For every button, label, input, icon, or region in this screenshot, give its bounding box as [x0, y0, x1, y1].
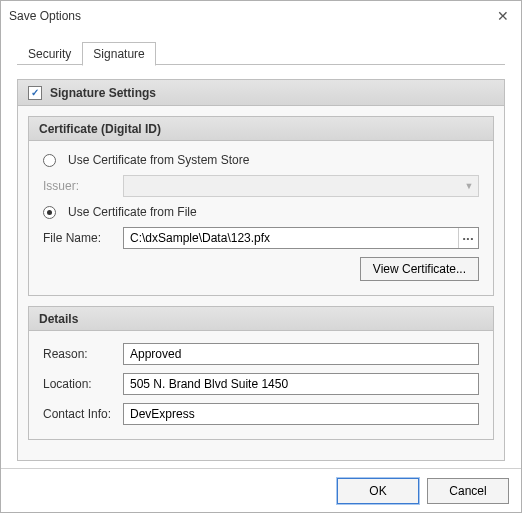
issuer-label: Issuer:: [43, 179, 115, 193]
certificate-group: Certificate (Digital ID) Use Certificate…: [28, 116, 494, 296]
filename-input[interactable]: [124, 228, 458, 248]
view-certificate-button[interactable]: View Certificate...: [360, 257, 479, 281]
browse-button[interactable]: •••: [458, 228, 478, 248]
reason-input[interactable]: [123, 343, 479, 365]
dialog-footer: OK Cancel: [1, 468, 521, 512]
cert-system-radio[interactable]: [43, 154, 56, 167]
location-label: Location:: [43, 377, 115, 391]
details-group: Details Reason: Location: Contact Info:: [28, 306, 494, 440]
cert-file-row: Use Certificate from File: [43, 205, 479, 219]
contact-input[interactable]: [123, 403, 479, 425]
titlebar: Save Options ✕: [1, 1, 521, 31]
cert-file-radio[interactable]: [43, 206, 56, 219]
close-icon[interactable]: ✕: [493, 6, 513, 26]
window-title: Save Options: [9, 9, 493, 23]
filename-label: File Name:: [43, 231, 115, 245]
signature-settings-label: Signature Settings: [50, 86, 156, 100]
reason-row: Reason:: [43, 343, 479, 365]
dialog-content: ✓ Signature Settings Certificate (Digita…: [1, 65, 521, 461]
cancel-button[interactable]: Cancel: [427, 478, 509, 504]
chevron-down-icon: ▼: [460, 176, 478, 196]
cert-file-label: Use Certificate from File: [68, 205, 197, 219]
tab-security[interactable]: Security: [17, 42, 82, 65]
tab-bar: Security Signature: [1, 31, 521, 65]
filename-row: File Name: •••: [43, 227, 479, 249]
issuer-row: Issuer: ▼: [43, 175, 479, 197]
contact-row: Contact Info:: [43, 403, 479, 425]
reason-label: Reason:: [43, 347, 115, 361]
contact-label: Contact Info:: [43, 407, 115, 421]
details-group-title: Details: [29, 307, 493, 331]
signature-enable-checkbox[interactable]: ✓: [28, 86, 42, 100]
filename-field-wrap: •••: [123, 227, 479, 249]
cert-system-row: Use Certificate from System Store: [43, 153, 479, 167]
tab-signature[interactable]: Signature: [82, 42, 155, 66]
signature-settings-header: ✓ Signature Settings: [18, 80, 504, 106]
ok-button[interactable]: OK: [337, 478, 419, 504]
signature-panel: ✓ Signature Settings Certificate (Digita…: [17, 79, 505, 461]
location-row: Location:: [43, 373, 479, 395]
cert-system-label: Use Certificate from System Store: [68, 153, 249, 167]
issuer-select: ▼: [123, 175, 479, 197]
location-input[interactable]: [123, 373, 479, 395]
certificate-group-title: Certificate (Digital ID): [29, 117, 493, 141]
